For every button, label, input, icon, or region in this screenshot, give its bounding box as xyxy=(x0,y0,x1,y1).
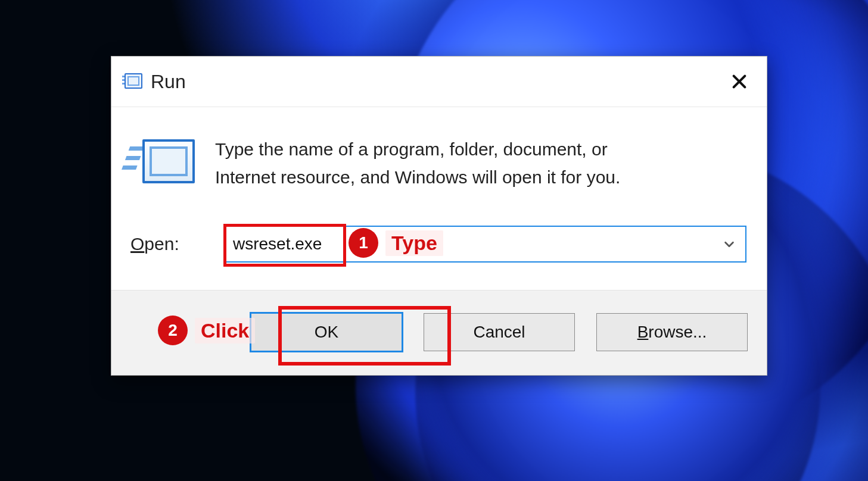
window-title: Run xyxy=(151,71,186,93)
combobox-dropdown-button[interactable] xyxy=(721,236,737,252)
annotation-badge-2: 2 xyxy=(159,317,186,344)
titlebar[interactable]: Run xyxy=(111,57,767,107)
open-combobox[interactable]: 1 Type xyxy=(225,226,746,263)
annotation-step-1: 1 Type xyxy=(350,229,443,257)
cancel-button[interactable]: Cancel xyxy=(424,313,575,351)
ok-button[interactable]: OK xyxy=(251,313,402,351)
run-dialog: Run Type the name of a program, folder, … xyxy=(111,56,767,376)
annotation-step-2: 2 Click xyxy=(159,317,255,344)
close-button[interactable] xyxy=(725,67,754,96)
dialog-footer: 2 Click OK Cancel Browse... xyxy=(111,290,767,375)
open-label: Open: xyxy=(126,234,196,254)
annotation-label-click: Click xyxy=(195,318,255,343)
dialog-description: Type the name of a program, folder, docu… xyxy=(215,136,668,191)
run-icon-large xyxy=(129,136,195,189)
run-icon xyxy=(122,73,142,90)
close-icon xyxy=(731,73,748,90)
chevron-down-icon xyxy=(723,238,736,251)
browse-button[interactable]: Browse... xyxy=(596,313,748,351)
annotation-label-type: Type xyxy=(385,230,443,256)
open-input[interactable] xyxy=(226,231,358,257)
